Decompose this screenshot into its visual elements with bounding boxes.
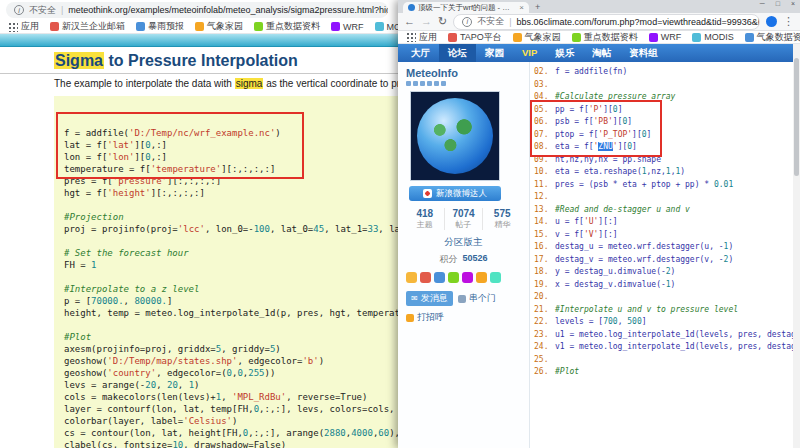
apps-button[interactable]: 应用 [8,20,39,33]
level-pip-icon [420,81,425,86]
forum-nav-item[interactable]: VIP [513,44,546,62]
apps-label: 应用 [21,20,39,33]
minimize-icon[interactable]: ─ [760,0,765,7]
code-text: psb = f['PB'][0] [555,117,632,126]
apps-button[interactable]: 应用 [406,31,437,44]
bookmark-item[interactable]: 重点数据资料 [572,31,638,44]
address-bar-row-right: ← → ↻ i 不安全 | bbs.06climate.com/forum.ph… [398,13,800,31]
bookmark-item[interactable]: TAPO平台 [448,31,502,44]
code-line: 24.v1 = meteo.log_interpolate_1d(levels,… [534,341,798,354]
line-number: 10. [534,166,552,179]
profile-stats: 418主题7074帖子575精华 [406,208,521,230]
forum-nav-item[interactable]: 淘帖 [583,44,620,62]
line-number: 04. [534,91,552,104]
bookmark-favicon [195,22,204,31]
medal-icon [462,272,473,283]
code-lines-right: 02.f = addfile(fn)03. 04.#Calculate pres… [534,66,798,379]
menu-icon[interactable]: ⋮ [783,16,794,27]
code-text: eta = eta.reshape(1,nz,1,1) [555,167,685,176]
line-number: 23. [534,329,552,342]
action-发消息[interactable]: ✉发消息 [406,291,453,306]
code-text [555,192,560,201]
bookmark-item[interactable]: 重点数据资料 [254,20,320,33]
bookmark-favicon [572,33,581,42]
forum-nav-item[interactable]: 娱乐 [546,44,583,62]
bookmark-label: 气象家园 [525,31,561,44]
level-pip-icon [434,81,439,86]
tab-close-icon[interactable]: × [519,3,524,12]
forum-thread-body: MeteoInfo 新浪微博达人 418主题7074帖子575精华 分区版主 积… [398,62,800,448]
username-link[interactable]: MeteoInfo [406,67,521,79]
line-number: 14. [534,216,552,229]
bookmark-favicon [448,33,457,42]
code-line: 26.#Plot [534,366,798,379]
bookmark-item[interactable]: 气象数据资料网 [745,31,800,44]
code-line: 02.f = addfile(fn) [534,66,798,79]
code-text: #Interpolate u and v to pressure level [555,305,738,314]
action-串个门[interactable]: 串个门 [458,292,496,305]
apps-grid-icon [8,22,18,32]
code-line: 05.pp = f['P'][0] [534,104,798,117]
bookmark-item[interactable]: WRF [331,20,364,33]
bookmark-favicon [649,33,658,42]
profile-stat[interactable]: 575精华 [482,208,521,230]
level-pip-icon [427,81,432,86]
globe-avatar-image [417,98,493,174]
bookmark-label: 重点数据资料 [584,31,638,44]
score-value[interactable]: 50526 [462,253,487,266]
bookmark-item[interactable]: 新汉兰企业邮箱 [50,20,125,33]
profile-stat[interactable]: 7074帖子 [444,208,483,230]
medal-icons [406,272,521,283]
code-line: 12. [534,191,798,204]
address-bar-left[interactable]: i 不安全 | meteothink.org/examples/meteoinf… [6,2,388,18]
bookmark-item[interactable]: 气象家园 [513,31,561,44]
code-text: #Read and de-stagger u and v [555,205,690,214]
bookmark-label: 新汉兰企业邮箱 [62,20,125,33]
user-avatar[interactable] [410,91,500,181]
code-text: pp = f['P'][0] [555,105,622,114]
browser-window-right: 顶级一下关于wrf的问题 - 气象家园 × + ─□× ← → ↻ i 不安全 … [398,0,800,448]
code-line: 08.eta = f['ZNU'][0] [534,141,798,154]
code-line: 13.#Read and de-stagger u and v [534,204,798,217]
post-code-block: 02.f = addfile(fn)03. 04.#Calculate pres… [530,62,800,448]
bookmark-items-right: TAPO平台气象家园重点数据资料WRFMODIS气象数据资料网中国气象数据网 [448,31,800,44]
bookmark-item[interactable]: WRF [649,31,682,44]
bookmark-favicon [50,22,59,31]
code-line: 04.#Calculate pressure array [534,91,798,104]
reload-icon[interactable]: ↻ [438,16,447,27]
weibo-badge[interactable]: 新浪微博达人 [409,186,501,201]
profile-avatar-icon[interactable] [766,16,777,27]
bookmark-label: WRF [661,32,682,42]
new-tab-button[interactable]: + [535,2,540,13]
line-number: 03. [534,79,552,92]
page-scrollbar[interactable] [793,44,800,448]
profile-stat[interactable]: 418主题 [406,208,444,230]
forum-nav-item[interactable]: 资料组 [620,44,667,62]
close-icon[interactable]: × [791,0,795,7]
forward-icon[interactable]: → [421,16,432,27]
bookmark-item[interactable]: MODIS [692,31,734,44]
window-controls: ─□× [760,0,795,7]
bookmark-item[interactable]: 暴雨预报 [136,20,184,33]
action-label: 串个门 [469,292,496,305]
code-line: 06.psb = f['PB'][0] [534,116,798,129]
maximize-icon[interactable]: □ [776,0,780,7]
browser-tab[interactable]: 顶级一下关于wrf的问题 - 气象家园 × [403,2,529,13]
back-icon[interactable]: ← [404,16,415,27]
forum-nav-item[interactable]: 大厅 [402,44,439,62]
code-text: ptop = f['P_TOP'][0] [555,130,651,139]
user-group-link[interactable]: 分区版主 [406,236,521,249]
scrollbar-thumb[interactable] [794,58,799,176]
bookmark-favicon [136,22,145,31]
address-bar-right[interactable]: i 不安全 | bbs.06climate.com/forum.php?mod=… [453,14,760,30]
stat-label: 帖子 [445,219,483,230]
code-line: 25. [534,354,798,367]
forum-nav-item[interactable]: 家园 [476,44,513,62]
code-text [555,80,560,89]
code-text: u = f['U'][:] [555,217,618,226]
bookmark-item[interactable]: 气象家园 [195,20,243,33]
action-打招呼[interactable]: 打招呼 [406,311,444,324]
code-text: f = addfile(fn) [555,67,627,76]
forum-nav-item[interactable]: 论坛 [439,44,476,62]
line-number: 19. [534,279,552,292]
